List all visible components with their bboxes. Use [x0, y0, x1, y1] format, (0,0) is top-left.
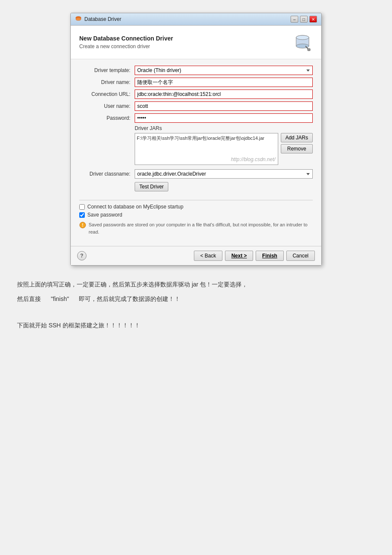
- driver-template-row: Driver template: Oracle (Thin driver): [79, 66, 313, 75]
- cancel-button[interactable]: Cancel: [286, 251, 315, 261]
- minimize-button[interactable]: –: [291, 16, 298, 23]
- driver-name-input[interactable]: [135, 78, 313, 87]
- footer-left: ?: [77, 251, 86, 260]
- save-password-checkbox[interactable]: [79, 212, 85, 218]
- title-bar: Database Driver – □ ✕: [71, 13, 321, 26]
- test-driver-button[interactable]: Test Driver: [135, 182, 168, 191]
- app-icon: [75, 16, 82, 23]
- connect-startup-checkbox[interactable]: [79, 204, 85, 210]
- driver-name-label: Driver name:: [79, 79, 135, 85]
- connect-startup-label: Connect to database on MyEclipse startup: [87, 204, 183, 210]
- warning-row: ! Saved passwords are stored on your com…: [79, 221, 313, 235]
- jars-buttons: Add JARs Remove: [281, 133, 313, 165]
- driver-template-select[interactable]: Oracle (Thin driver): [135, 66, 313, 75]
- svg-text:!: !: [82, 223, 83, 228]
- restore-button[interactable]: □: [300, 16, 308, 23]
- dialog-header-text: New Database Connection Driver Create a …: [79, 35, 173, 49]
- jar-file-item[interactable]: F:\学习相关\ssh学习\ssh常用jar包\oracle完整jar包\ojd…: [137, 135, 276, 142]
- remove-jar-button[interactable]: Remove: [281, 144, 313, 153]
- dialog-subtitle: Create a new connection driver: [79, 43, 173, 49]
- footer-right: < Back Next > Finish Cancel: [194, 251, 315, 261]
- article-line2-pre: 然后直接: [17, 295, 41, 302]
- driver-classname-row: Driver classname: oracle.jdbc.driver.Ora…: [79, 169, 313, 179]
- article-text: 按照上面的填写正确，一定要正确，然后第五步来选择数据库驱动 jar 包！一定要选…: [17, 278, 315, 331]
- finish-button[interactable]: Finish: [256, 251, 283, 261]
- password-row: Password:: [79, 113, 313, 123]
- warning-text: Saved passwords are stored on your compu…: [89, 221, 313, 235]
- help-button[interactable]: ?: [77, 251, 86, 260]
- watermark-text: http://blog.csdn.net/: [231, 156, 276, 162]
- driver-template-label: Driver template:: [79, 67, 135, 73]
- password-label: Password:: [79, 115, 135, 121]
- driver-name-row: Driver name:: [79, 78, 313, 87]
- driver-jars-list[interactable]: F:\学习相关\ssh学习\ssh常用jar包\oracle完整jar包\ojd…: [135, 133, 278, 165]
- next-button[interactable]: Next >: [225, 251, 253, 261]
- article-line2-mid: "finish": [51, 295, 69, 302]
- driver-jars-label: Driver JARs: [79, 125, 313, 131]
- save-password-label: Save password: [87, 212, 122, 218]
- header-icon: [292, 32, 313, 52]
- close-button[interactable]: ✕: [309, 16, 317, 23]
- article-line2: 然后直接 "finish" 即可，然后就完成了数据源的创建！！: [17, 293, 315, 305]
- back-button[interactable]: < Back: [194, 251, 222, 261]
- dialog-body: Driver template: Oracle (Thin driver) Dr…: [71, 59, 321, 246]
- divider-1: [79, 200, 313, 200]
- connect-startup-row: Connect to database on MyEclipse startup: [79, 204, 313, 210]
- dialog-footer: ? < Back Next > Finish Cancel: [71, 246, 321, 265]
- svg-point-5: [296, 35, 309, 40]
- test-driver-wrapper: Test Driver: [79, 182, 313, 197]
- database-icon: [294, 33, 311, 51]
- article-line1: 按照上面的填写正确，一定要正确，然后第五步来选择数据库驱动 jar 包！一定要选…: [17, 278, 315, 290]
- password-input[interactable]: [135, 113, 313, 123]
- save-password-row: Save password: [79, 212, 313, 218]
- username-label: User name:: [79, 103, 135, 109]
- driver-classname-label: Driver classname:: [79, 171, 135, 177]
- title-text: Database Driver: [84, 16, 121, 22]
- dialog-title: New Database Connection Driver: [79, 35, 173, 42]
- driver-jars-section: F:\学习相关\ssh学习\ssh常用jar包\oracle完整jar包\ojd…: [135, 133, 313, 165]
- svg-point-1: [76, 18, 81, 20]
- svg-rect-7: [308, 49, 310, 51]
- title-controls: – □ ✕: [291, 16, 317, 23]
- article-line3: 下面就开始 SSH 的框架搭建之旅！！！！！！: [17, 319, 315, 331]
- article-line2-post: 即可，然后就完成了数据源的创建！！: [79, 295, 180, 302]
- dialog-header: New Database Connection Driver Create a …: [71, 26, 321, 59]
- title-bar-left: Database Driver: [75, 16, 121, 23]
- add-jars-button[interactable]: Add JARs: [281, 133, 313, 142]
- connection-url-input[interactable]: [135, 90, 313, 99]
- username-input[interactable]: [135, 101, 313, 111]
- driver-classname-select[interactable]: oracle.jdbc.driver.OracleDriver: [135, 169, 313, 179]
- connection-url-label: Connection URL:: [79, 91, 135, 97]
- connection-url-row: Connection URL:: [79, 90, 313, 99]
- dialog-window: Database Driver – □ ✕ New Database Conne…: [70, 13, 322, 266]
- username-row: User name:: [79, 101, 313, 111]
- warning-icon: !: [79, 222, 86, 228]
